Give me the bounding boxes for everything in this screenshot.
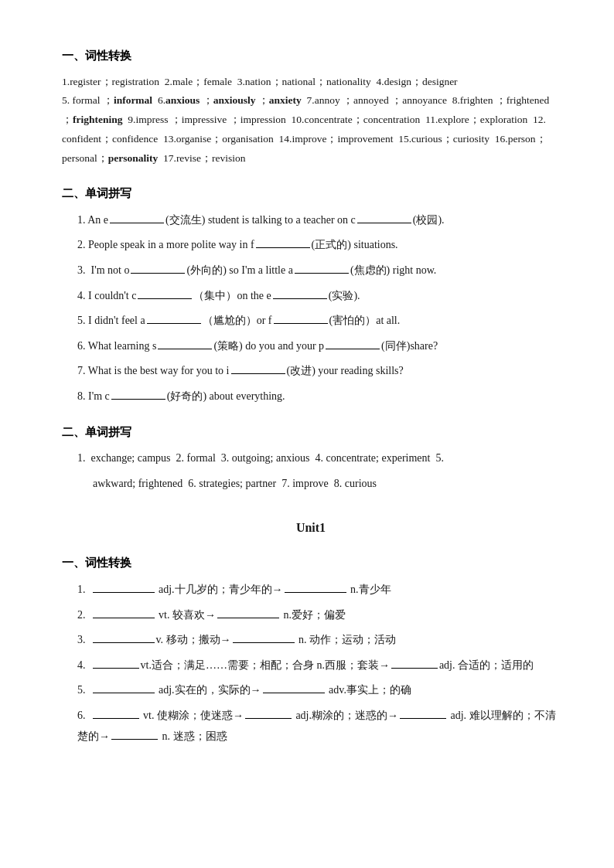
spelling-item-6: 6. What learning s(策略) do you and your p… (62, 336, 560, 357)
unit1-title: Unit1 (62, 517, 560, 538)
unit1-fill-item-6: 6. vt. 使糊涂；使迷惑→ adj.糊涂的；迷惑的→ adj. 难以理解的；… (62, 706, 560, 747)
word-informal: informal (114, 94, 152, 106)
fill-1a (93, 592, 155, 593)
blank-3a (131, 273, 185, 274)
blank-6b (326, 349, 380, 349)
fill-4a (93, 668, 139, 669)
wordform-line2: 5. formal ；informal 6.anxious ；anxiously… (62, 94, 549, 164)
unit1-fill-item-3: 3. v. 移动；搬动→ n. 动作；运动；活动 (62, 630, 560, 651)
fill-5b (263, 693, 325, 693)
fill-6b (245, 718, 292, 719)
spelling-item-4: 4. I couldn't c（集中）on the e(实验). (62, 286, 560, 307)
blank-3b (295, 273, 349, 274)
wordform-line1: 1.register；registration 2.male；female 3.… (62, 76, 458, 87)
blank-1a (110, 223, 164, 223)
unit1-fill-item-5: 5. adj.实在的，实际的→ adv.事实上；的确 (62, 680, 560, 701)
word-personality: personality (108, 152, 159, 164)
spelling-item-7: 7. What is the best way for you to i(改进)… (62, 361, 560, 382)
section-unit1-wordform: 一、词性转换 1. adj.十几岁的；青少年的→ n.青少年 2. vt. 较喜… (62, 553, 560, 747)
unit1-fill-item-4: 4. vt.适合；满足……需要；相配；合身 n.西服；套装→adj. 合适的；适… (62, 655, 560, 676)
word-anxious: anxious (165, 94, 200, 106)
blank-4b (273, 298, 327, 299)
spelling-item-1: 1. An e(交流生) student is talking to a tea… (62, 210, 560, 231)
what-learning-text: What learning (88, 340, 150, 352)
page-container: 一、词性转换 1.register；registration 2.male；fe… (62, 46, 560, 747)
unit1-fill-item-2: 2. vt. 较喜欢→ n.爱好；偏爱 (62, 605, 560, 626)
section-spelling-answers: 二、单词拼写 1. exchange; campus 2. formal 3. … (62, 423, 560, 495)
fill-2a (93, 618, 155, 618)
unit1-fill-item-1: 1. adj.十几岁的；青少年的→ n.青少年 (62, 580, 560, 601)
fill-1b (285, 592, 346, 593)
blank-1b (357, 223, 411, 223)
blank-5b (274, 323, 328, 324)
word-anxiously: anxiously (213, 94, 256, 106)
section-spelling-title: 二、单词拼写 (62, 184, 560, 204)
section-wordform-title: 一、词性转换 (62, 46, 560, 66)
spelling-list: 1. An e(交流生) student is talking to a tea… (62, 210, 560, 407)
spelling-item-5: 5. I didn't feel a（尴尬的）or f(害怕的）at all. (62, 311, 560, 332)
spelling-item-3: 3. I'm not o(外向的) so I'm a little a(焦虑的)… (62, 260, 560, 281)
section-spelling-answers-title: 二、单词拼写 (62, 423, 560, 443)
blank-5a (147, 323, 201, 324)
fill-3a (93, 642, 155, 643)
wordform-content: 1.register；registration 2.male；female 3.… (62, 73, 560, 169)
word-anxiety: anxiety (269, 94, 302, 106)
answer-line-2: awkward; frightened 6. strategies; partn… (62, 474, 560, 495)
fill-2b (217, 618, 279, 618)
section-unit1-wordform-title: 一、词性转换 (62, 553, 560, 574)
fill-6c (400, 718, 446, 719)
blank-8 (111, 399, 165, 400)
blank-6a (158, 349, 212, 349)
fill-6d (111, 739, 158, 740)
fill-4b (391, 668, 438, 669)
fill-3b (233, 642, 295, 643)
unit1-fill-list: 1. adj.十几岁的；青少年的→ n.青少年 2. vt. 较喜欢→ n.爱好… (62, 580, 560, 747)
fill-5a (93, 693, 155, 693)
section-spelling: 二、单词拼写 1. An e(交流生) student is talking t… (62, 184, 560, 407)
blank-2 (256, 247, 310, 248)
spelling-item-2: 2. People speak in a more polite way in … (62, 235, 560, 256)
section-wordform: 一、词性转换 1.register；registration 2.male；fe… (62, 46, 560, 168)
word-frightening: frightening (73, 114, 123, 125)
blank-7 (231, 373, 285, 374)
spelling-item-8: 8. I'm c(好奇的) about everything. (62, 386, 560, 407)
fill-6a (93, 718, 139, 719)
blank-4a (138, 298, 192, 299)
answer-line-1: 1. exchange; campus 2. formal 3. outgoin… (62, 448, 560, 469)
